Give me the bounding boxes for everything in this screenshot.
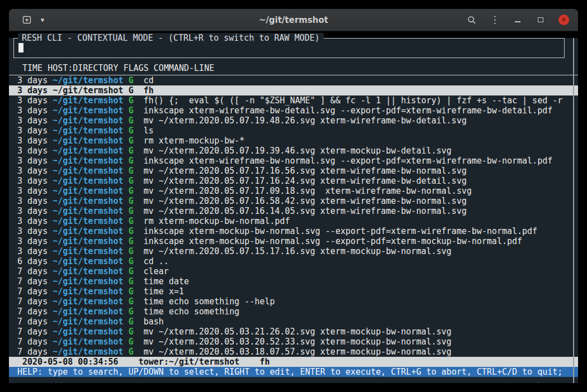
row-time: 3 days (17, 186, 53, 196)
row-host: ~/git/termshot (53, 307, 128, 317)
row-host: ~/git/termshot (53, 106, 128, 116)
history-row[interactable]: 7 days~/git/termshotGbash (9, 317, 578, 327)
row-command: mv ~/xterm.2020.05.07.17.16.56.svg xterm… (144, 166, 467, 176)
row-time: 7 days (17, 347, 53, 357)
menu-button[interactable]: ⋮ (489, 15, 500, 26)
history-row[interactable]: 3 days~/git/termshotGinkscape xterm-mock… (9, 226, 578, 236)
history-row[interactable]: 3 days~/git/termshotGinkscape xterm-wire… (9, 106, 578, 116)
history-row[interactable]: 7 days~/git/termshotGtime echo something (9, 307, 578, 317)
history-row[interactable]: 3 days~/git/termshotGcd (9, 75, 578, 85)
row-command: inkscape xterm-mockup-bw-normal.svg --ex… (144, 236, 522, 246)
history-row[interactable]: 7 days~/git/termshotGmv ~/xterm.2020.05.… (9, 337, 578, 347)
history-row[interactable]: 3 days~/git/termshotGmv ~/xterm.2020.05.… (9, 176, 578, 186)
row-flags: G (129, 236, 144, 246)
row-flags: G (129, 256, 144, 266)
row-command: mv ~/xterm.2020.05.03.20.52.33.svg xterm… (144, 337, 452, 347)
search-icon (467, 16, 476, 25)
row-flags: G (129, 226, 144, 236)
row-time: 3 days (17, 206, 53, 216)
kebab-menu-icon: ⋮ (490, 15, 500, 25)
row-flags: G (129, 317, 144, 327)
history-row[interactable]: 7 days~/git/termshotGtime x=1 (9, 286, 578, 297)
history-row[interactable]: 7 days~/git/termshotGtime date (9, 276, 578, 286)
row-command: mv ~/xterm.2020.05.07.15.17.16.svg xterm… (144, 246, 452, 256)
row-flags: G (129, 176, 144, 186)
row-host: ~/git/termshot (53, 236, 128, 246)
history-row[interactable]: 3 days~/git/termshotGmv ~/xterm.2020.05.… (9, 186, 578, 196)
restore-icon (538, 17, 543, 22)
history-row[interactable]: 3 days~/git/termshotGmv ~/xterm.2020.05.… (9, 166, 578, 176)
history-rows: 3 days~/git/termshotGcd3 days~/git/terms… (9, 75, 578, 357)
history-row[interactable]: 3 days~/git/termshotGmv ~/xterm.2020.05.… (9, 146, 578, 156)
row-command: mv ~/xterm.2020.05.03.18.07.57.svg xterm… (144, 347, 452, 357)
history-row[interactable]: 3 days~/git/termshotGmv ~/xterm.2020.05.… (9, 206, 578, 216)
row-host: ~/git/termshot (53, 116, 128, 126)
row-flags: G (129, 216, 144, 226)
history-row[interactable]: 3 days~/git/termshotGfh (9, 85, 578, 95)
row-host: ~/git/termshot (53, 297, 128, 307)
history-row[interactable]: 3 days~/git/termshotGls (9, 126, 578, 136)
row-time: 7 days (17, 266, 53, 276)
scrollbar[interactable] (573, 38, 574, 383)
row-time: 3 days (17, 156, 53, 166)
history-row[interactable]: 3 days~/git/termshotGfh() {; eval $( ([ … (9, 95, 578, 106)
history-row[interactable]: 7 days~/git/termshotGmv ~/xterm.2020.05.… (9, 327, 578, 337)
history-row[interactable]: 3 days~/git/termshotGinkscape xterm-mock… (9, 236, 578, 246)
resh-search-box[interactable]: RESH CLI - CONTEXTUAL MODE - (CTRL+R to … (13, 38, 565, 58)
row-command: mv ~/xterm.2020.05.07.19.48.26.svg xterm… (144, 116, 467, 126)
close-button[interactable]: ✕ (558, 15, 569, 26)
row-command: mv ~/xterm.2020.05.07.17.16.24.svg xterm… (144, 176, 467, 186)
row-time: 6 days (17, 256, 53, 266)
row-flags: G (129, 297, 144, 307)
row-command: fh() {; eval $( ([ -n "$ZSH_NAME" ] && f… (144, 95, 563, 106)
new-tab-button[interactable] (21, 15, 32, 26)
restore-button[interactable] (535, 15, 546, 26)
history-row[interactable]: 3 days~/git/termshotGinkscape xterm-wire… (9, 156, 578, 166)
history-row[interactable]: 3 days~/git/termshotGrm xterm-mockup-bw-… (9, 136, 578, 146)
row-host: ~/git/termshot (53, 85, 128, 95)
row-time: 3 days (17, 166, 53, 176)
row-host: ~/git/termshot (53, 176, 128, 186)
row-command: rm xterm-mockup-bw-normal.pdf (144, 216, 290, 226)
row-host: ~/git/termshot (53, 327, 128, 337)
row-host: ~/git/termshot (53, 95, 128, 106)
row-flags: G (129, 276, 144, 286)
minimize-button[interactable] (512, 15, 523, 26)
history-row[interactable]: 3 days~/git/termshotGmv ~/xterm.2020.05.… (9, 246, 578, 256)
history-row[interactable]: 7 days~/git/termshotGtime echo something… (9, 297, 578, 307)
row-flags: G (129, 347, 144, 357)
history-row[interactable]: 6 days~/git/termshotGcd .. (9, 256, 578, 266)
row-host: ~/git/termshot (53, 126, 128, 136)
row-command: fh (144, 85, 154, 95)
row-host: ~/git/termshot (53, 246, 128, 256)
row-command: mv ~/xterm.2020.05.07.16.58.42.svg xterm… (144, 196, 467, 206)
row-time: 7 days (17, 276, 53, 286)
history-row[interactable]: 3 days~/git/termshotGmv ~/xterm.2020.05.… (9, 196, 578, 206)
row-time: 3 days (17, 95, 53, 106)
row-flags: G (129, 307, 144, 317)
help-bar: HELP: type to search, UP/DOWN to select,… (9, 367, 578, 377)
row-command: clear (144, 266, 169, 276)
row-time: 3 days (17, 216, 53, 226)
row-time: 7 days (17, 337, 53, 347)
row-command: time x=1 (144, 286, 184, 297)
history-row[interactable]: 7 days~/git/termshotGclear (9, 266, 578, 276)
history-header: TIME HOST:DIRECTORY FLAGS COMMAND-LINE (9, 63, 578, 75)
row-command: bash (144, 317, 164, 327)
row-host: ~/git/termshot (53, 276, 128, 286)
history-row[interactable]: 3 days~/git/termshotGmv ~/xterm.2020.05.… (9, 116, 578, 126)
history-row[interactable]: 3 days~/git/termshotGrm xterm-mockup-bw-… (9, 216, 578, 226)
titlebar[interactable]: ▾ ~/git/termshot ⋮ ✕ (9, 9, 578, 31)
tab-switcher-button[interactable]: ▾ (37, 15, 48, 26)
history-row[interactable]: 7 days~/git/termshotGmv ~/xterm.2020.05.… (9, 347, 578, 357)
row-flags: G (129, 246, 144, 256)
row-command: mv ~/xterm.2020.05.07.19.39.46.svg xterm… (144, 146, 452, 156)
terminal[interactable]: RESH CLI - CONTEXTUAL MODE - (CTRL+R to … (9, 38, 578, 383)
row-time: 3 days (17, 226, 53, 236)
row-host: ~/git/termshot (53, 216, 128, 226)
row-host: ~/git/termshot (53, 146, 128, 156)
search-button[interactable] (466, 15, 477, 26)
row-host: ~/git/termshot (53, 256, 128, 266)
resh-box-title: RESH CLI - CONTEXTUAL MODE - (CTRL+R to … (18, 33, 324, 43)
row-flags: G (129, 196, 144, 206)
